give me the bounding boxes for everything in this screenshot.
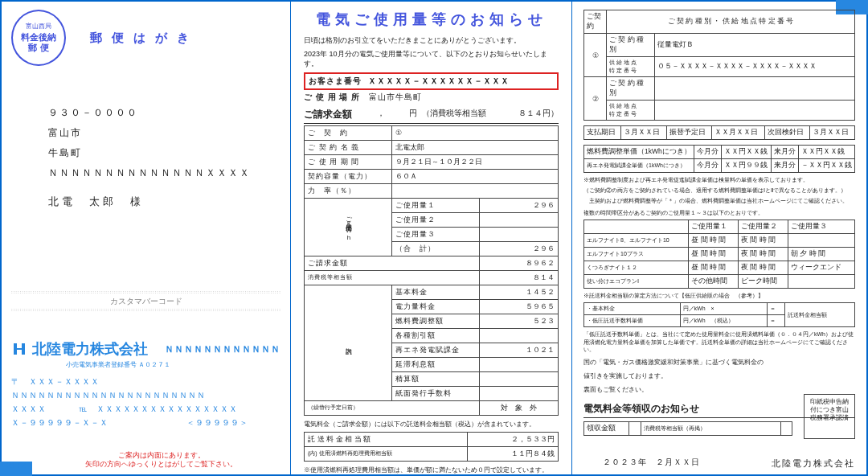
- wheeling-heading: ※託送料金相当額の算定方法について【低圧供給販の場合 （参考）】: [583, 292, 855, 299]
- recipient-name: 北電 太郎 様: [48, 195, 280, 209]
- wheeling-calc-table: ・基本料金円／kWh ×＝託送料金相当額 ・低圧託送手数料単価円／kWh （税込…: [583, 302, 855, 327]
- fuel-adjustment-table: 燃料費調整単価（1kWhにつき）今月分ＸＸ円ＸＸ銭来月分ＸＸ円ＸＸ銭 再エネ発電…: [583, 145, 855, 173]
- company-block: 北陸電力株式会社 ＮＮＮＮＮＮＮＮＮＮＮＮ 小売電気事業者登録番号 Ａ０２７１ …: [11, 339, 280, 429]
- stamp-office: 富山西局: [26, 23, 51, 31]
- usage-notice-panel: 電気ご使用量等のお知らせ 日頃は格別のお引立てをいただきまことにありがとうござい…: [291, 2, 572, 474]
- company-nn: ＮＮＮＮＮＮＮＮＮＮＮＮ: [165, 343, 280, 355]
- customer-number: ＸＸＸＸＸ－ＸＸＸＸＸＸ－ＸＸＸ: [368, 76, 510, 85]
- hagaki-label: 郵便はがき: [90, 31, 199, 46]
- receipt-date: ２０２３年 ２月ＸＸ日: [603, 457, 700, 468]
- contract-table: ご契約ご 契 約 種 別 ・ 供 給 地 点 特 定 番 号 ①ご 契 約 種 …: [583, 10, 855, 121]
- date-table: 支払期日３月ＸＸ日 振替予定日ＸＸ月ＸＸ日 次回検針日３月ＸＸ日: [583, 125, 855, 140]
- time-segment-table: ご使用量１ご使用量２ご使用量３ エルフナイト8、エルフナイト10昼 間 時 間夜…: [583, 220, 855, 289]
- page-number: 2172: [6, 460, 26, 470]
- company-code-l: Ｘ－９９９９９－Ｘ－Ｘ: [11, 418, 108, 429]
- fuel-note1: ※燃料費調整制度および再エネ発電促進賦課金単価は検量料の単価を表示しております。: [583, 176, 855, 183]
- transmission-fee-table: 託 送 料 金 相 当 額２，５３３円 (内) 使用済燃料再処理費用相当額１１円…: [304, 432, 559, 462]
- company-logo-icon: [11, 342, 27, 356]
- zip: ９３０－００００: [48, 106, 280, 120]
- fuel-note2: （ご契約②の両方をご契約されている場合、適用する燃料費調整単価はⅠとⅡで異なるこ…: [583, 187, 855, 194]
- company-name-right: 北陸電力株式会社: [772, 458, 855, 470]
- town: 牛島町: [48, 146, 280, 160]
- intro-line2: 2023年 10月分の電気ご使用量等について、以下のとおりお知らせいたします。: [304, 49, 559, 69]
- intro-line1: 日頃は格別のお引立てをいただきまことにありがとうございます。: [304, 35, 559, 46]
- stamp-text2: 郵 便: [28, 43, 48, 53]
- barcode-label: カスタマバーコード: [11, 296, 280, 307]
- fuel-note3: 主契約および燃料費調整等が「＊」の場合、燃料費調整単価は当社ホームページにてご確…: [583, 197, 855, 204]
- receipt-table: 領収金額消費税等相当額（再掲）: [583, 421, 792, 436]
- postcard-front: 富山西局 料金後納 郵 便 郵便はがき ９３０－００００ 富山市 牛島町 ＮＮＮ…: [2, 2, 291, 474]
- transmission-note: 電気料金（ご請求金額）には以下の託送料金相当額（税込）が含まれています。: [304, 421, 559, 429]
- segment-intro: 複数の時間帯区分があるご契約のご使用量１～３は以下のとおりです。: [583, 209, 855, 216]
- barcode-dots-bottom: ::::::::::::::::::::::::::::::::::::::::…: [11, 307, 280, 312]
- city: 富山市: [48, 126, 280, 140]
- addr-placeholder: ＮＮＮＮＮＮＮＮＮＮＮＮＮＮＸＸＸＸ: [48, 166, 280, 180]
- company-code-r: ＜９９９９９＞: [186, 418, 248, 429]
- company-license: 小売電気事業者登録番号 Ａ０２７１: [66, 360, 280, 369]
- peel-instruction: ご案内は内面にあります。 矢印の方向へゆっくりとはがしてご覧下さい。: [42, 451, 280, 470]
- notice-title: 電気ご使用量等のお知らせ: [304, 10, 559, 29]
- stamp-text1: 料金後納: [21, 32, 56, 43]
- wheeling-note: 「低圧託送手数料単価」とは、当社にて定めた使用量料金に使用済燃料単価（０．０４円…: [583, 330, 855, 352]
- policy-line2: 値引きを実施しております。: [583, 371, 855, 380]
- address-block: ９３０－００００ 富山市 牛島町 ＮＮＮＮＮＮＮＮＮＮＮＮＮＮＸＸＸＸ 北電 太…: [48, 106, 280, 209]
- tax-stamp-box: 印紙税申告納 付につき富山 税務署承認済: [804, 394, 855, 439]
- customer-number-label: お客さま番号: [309, 76, 362, 85]
- company-n-line: ＮＮＮＮＮＮＮＮＮＮＮＮＮＮＮＮＮＮＮＮＮＮ: [11, 391, 280, 401]
- company-zip: 〒 ＸＸＸ－ＸＸＸＸ: [11, 377, 280, 388]
- policy-line1: 国の「電気・ガス価格激変緩和対策事業」に基づく電気料金の: [583, 358, 855, 367]
- postage-stamp: 富山西局 料金後納 郵 便: [11, 10, 66, 66]
- company-tel: ℡ ＸＸＸＸＸＸＸＸＸＸＸＸＸＸＸＸ: [79, 404, 238, 415]
- policy-line3: 裏面もご覧ください。: [583, 385, 855, 394]
- billing-detail-table: ご 契 約① ご 契 約 名 義北電太郎 ご 使 用 期 間９月２１日～１０月２…: [304, 125, 559, 416]
- company-name: 北陸電力株式会社: [32, 339, 148, 359]
- barcode-dots-top: ::::::::::::::::::::::::::::::::::::::::…: [11, 289, 280, 294]
- billing-amount-heading: ご請求金額 ， 円 （消費税等相当額 ８１４円）: [304, 108, 559, 124]
- company-x-l: ＸＸＸＸ: [11, 404, 47, 415]
- contract-details-panel: ご契約ご 契 約 種 別 ・ 供 給 地 点 特 定 番 号 ①ご 契 約 種 …: [572, 2, 866, 474]
- usage-place: ご 使 用 場 所 富山市牛島町: [304, 92, 559, 103]
- foot-note: ※使用済燃料再処理費用相当額は、単価が額に満たないため０円で設定しています。: [304, 466, 559, 474]
- customer-number-box: お客さま番号 ＸＸＸＸＸ－ＸＸＸＸＸＸ－ＸＸＸ: [304, 72, 559, 90]
